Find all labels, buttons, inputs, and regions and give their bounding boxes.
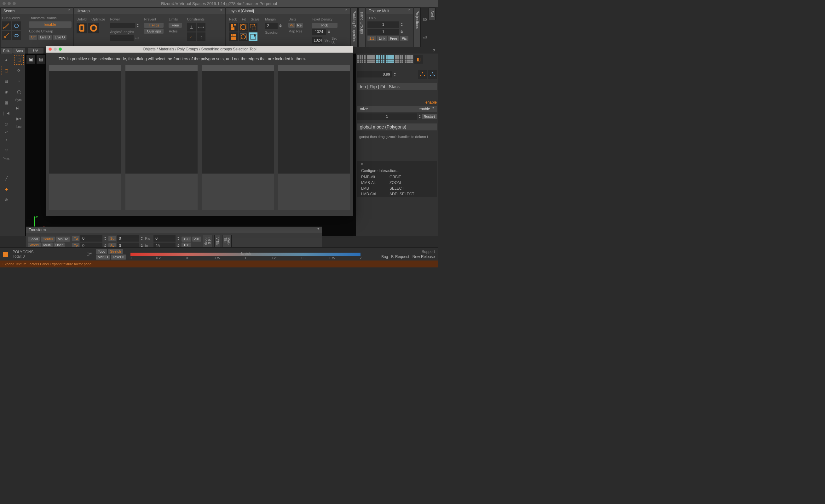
texeld-button[interactable]: Texel D — [111, 255, 126, 260]
in-spinner[interactable] — [177, 244, 179, 247]
re-button[interactable]: Re — [296, 23, 303, 28]
off-label[interactable]: Off — [86, 252, 91, 256]
restart-button[interactable]: Restart — [422, 114, 437, 119]
multi-button[interactable]: Multi — [42, 243, 53, 248]
area-tab[interactable]: Area — [13, 48, 25, 54]
tu-spinner[interactable] — [104, 237, 106, 240]
overlaps-button[interactable]: Overlaps — [144, 29, 163, 34]
opt-input[interactable]: 1 — [357, 113, 417, 120]
tflips-button[interactable]: T Flips — [144, 23, 163, 28]
scale-icon[interactable] — [249, 23, 257, 31]
marquee-icon[interactable]: ⬚ — [14, 56, 23, 64]
help-icon[interactable]: ? — [408, 9, 410, 13]
projections-tab[interactable]: Projections — [414, 8, 421, 47]
link-button[interactable]: Link — [377, 36, 387, 41]
constraint-h-icon[interactable]: ⟷ — [197, 23, 206, 31]
matid-button[interactable]: Mat ID — [96, 255, 110, 260]
weld-alt-icon[interactable] — [12, 31, 21, 40]
min-icon[interactable] — [54, 48, 57, 51]
tv-spinner[interactable] — [104, 244, 106, 247]
texmult-spinner[interactable] — [400, 23, 403, 26]
su-spinner[interactable] — [141, 237, 143, 240]
live-u-button[interactable]: Live U — [38, 35, 52, 40]
fit-icon[interactable] — [239, 23, 248, 31]
world-button[interactable]: World — [28, 243, 41, 248]
close-dot[interactable] — [3, 2, 6, 5]
line-icon[interactable]: ╱ — [2, 174, 11, 183]
min-dot[interactable] — [8, 2, 11, 5]
lasso-icon[interactable]: ⟳ — [14, 66, 23, 75]
maprez-input[interactable]: 1024 — [312, 29, 326, 35]
enable-button[interactable]: Enable — [29, 21, 72, 28]
tree-icon-b[interactable] — [428, 70, 437, 79]
live-o-button[interactable]: Live O — [53, 35, 67, 40]
grid-preset-5[interactable] — [395, 55, 403, 63]
tree-icon-a[interactable] — [418, 70, 427, 79]
factor-spinner[interactable] — [394, 73, 396, 76]
max-icon[interactable] — [59, 48, 62, 51]
globe-icon[interactable]: ⊕ — [2, 195, 11, 204]
texmult-input[interactable]: 1 — [367, 21, 399, 28]
local-button[interactable]: Local — [28, 237, 40, 242]
uv-tab[interactable]: UV — [28, 48, 44, 54]
m90-button[interactable]: -90 — [192, 237, 201, 242]
cut-icon[interactable] — [2, 21, 11, 30]
stretch-button[interactable]: Stretch — [108, 249, 123, 254]
packing-properties-tab[interactable]: Packing Properties — [351, 8, 358, 47]
user-button[interactable]: User — [54, 243, 65, 248]
rect-select-icon[interactable]: ▢ — [2, 66, 11, 75]
center-button[interactable]: Center — [41, 237, 55, 242]
frame-select-icon[interactable]: ▣ — [26, 55, 35, 64]
x2-label[interactable]: x2 — [5, 131, 8, 134]
help-icon[interactable]: ? — [317, 228, 319, 232]
pack-alt-icon[interactable] — [229, 32, 238, 41]
free-button[interactable]: Free — [169, 23, 182, 28]
px-button[interactable]: Px — [288, 23, 295, 28]
pin-icon[interactable]: • — [2, 136, 11, 145]
fit-alt-icon[interactable] — [239, 32, 248, 41]
opt-spinner[interactable] — [419, 115, 421, 118]
one-one-button[interactable]: 1:1 — [367, 36, 376, 41]
weld-icon[interactable] — [12, 21, 21, 30]
angles-input[interactable] — [110, 35, 134, 41]
help-icon[interactable]: ? — [430, 48, 437, 54]
power-spinner[interactable] — [137, 24, 139, 27]
constraint-v-icon[interactable]: ↕ — [197, 32, 206, 41]
texmult-input2[interactable]: 1 — [367, 29, 399, 35]
constraint-pin-icon[interactable]: ⊥ — [187, 23, 196, 31]
free-button[interactable]: Free — [388, 36, 399, 41]
island-groups-tab[interactable]: Island Groups — [358, 8, 365, 47]
target-icon[interactable]: ◎ — [2, 120, 11, 129]
grid-icon[interactable]: ▩ — [2, 98, 11, 107]
mesh-icon[interactable]: ▦ — [2, 77, 11, 86]
power-input[interactable] — [110, 23, 135, 28]
grid-preset-2[interactable] — [367, 55, 375, 63]
bug-link[interactable]: Bug — [381, 255, 388, 259]
slot-polygroups[interactable] — [202, 65, 274, 210]
pack-icon[interactable] — [229, 23, 238, 31]
su-input[interactable]: 0 — [117, 235, 139, 242]
frequest-link[interactable]: F. Request — [391, 255, 409, 259]
maprez-spinner[interactable] — [328, 30, 330, 33]
topo-button[interactable]: Topo — [96, 249, 107, 254]
unfold-icon[interactable] — [77, 23, 87, 33]
margin-input[interactable]: 2 — [265, 23, 278, 29]
factor-input[interactable]: 0.99 — [357, 71, 392, 78]
help-icon[interactable]: ? — [68, 9, 70, 13]
mouse-button[interactable]: Mouse — [56, 237, 70, 242]
pointer-icon[interactable]: ▲ — [2, 56, 11, 64]
slot-materials[interactable] — [126, 65, 197, 210]
frame-all-icon[interactable]: ▤ — [36, 55, 46, 64]
set-input[interactable]: 1024 — [312, 37, 322, 44]
grid-preset-7[interactable]: ◧ — [414, 55, 423, 64]
configure-interaction-item[interactable]: Configure Interaction... — [357, 167, 437, 174]
align-left-icon[interactable]: ⎸◀ — [2, 109, 11, 118]
margin-spinner[interactable] — [279, 24, 282, 27]
grid-preset-6[interactable] — [404, 55, 413, 63]
help-icon[interactable]: ? — [220, 9, 222, 13]
sphere-icon[interactable]: ◉ — [2, 88, 11, 96]
max-dot[interactable] — [13, 2, 16, 5]
brush-icon[interactable]: ○ — [14, 77, 23, 86]
texmult-spinner2[interactable] — [400, 30, 403, 33]
edit-tab[interactable]: Edit. — [1, 48, 13, 54]
